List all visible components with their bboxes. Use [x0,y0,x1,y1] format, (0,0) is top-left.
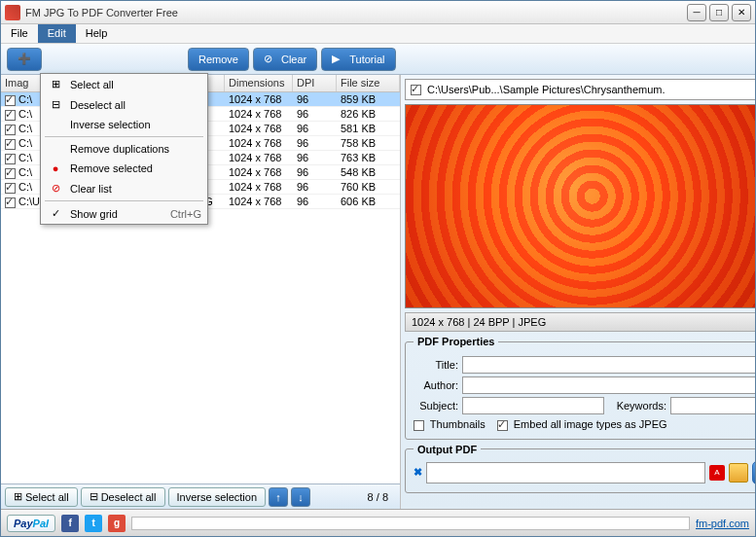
play-icon: ▶ [332,53,345,66]
clear-icon: ⊘ [264,53,277,66]
col-filesize[interactable]: File size [337,75,400,91]
dd-remove-selected[interactable]: ●Remove selected [41,159,207,178]
thumbnails-checkbox[interactable]: Thumbnails [414,418,486,431]
paypal-button[interactable]: PayPal [7,515,55,532]
dd-select-all[interactable]: ⊞Select all [41,74,207,94]
row-checkbox[interactable] [5,154,16,164]
pdf-icon: A [709,465,725,481]
title-input[interactable] [462,356,756,374]
dd-show-grid[interactable]: ✓Show gridCtrl+G [41,203,207,224]
move-down-button[interactable]: ↓ [291,487,310,507]
col-dimensions[interactable]: Dimensions [225,75,293,91]
list-bottom-bar: ⊞Select all ⊟Deselect all Inverse select… [1,483,400,509]
delete-output-icon[interactable]: ✖ [414,466,422,479]
select-all-icon: ⊞ [14,490,22,503]
preview-path: C:\Users\Pub...\Sample Pictures\Chrysant… [405,79,756,100]
row-checkbox[interactable] [5,168,16,179]
menu-file[interactable]: File [1,24,38,43]
menubar: File Edit Help [1,24,755,44]
output-pdf-group: Output PDF ✖ A ▶Start [405,444,756,493]
row-checkbox[interactable] [5,110,16,121]
facebook-icon[interactable]: f [61,515,79,532]
deselect-all-button[interactable]: ⊟Deselect all [81,487,165,507]
googleplus-icon[interactable]: g [108,515,126,532]
menu-help[interactable]: Help [76,24,118,43]
edit-dropdown: ⊞Select all ⊟Deselect all Inverse select… [40,73,208,225]
progress-bar [131,517,690,530]
subject-label: Subject: [414,400,458,412]
row-checkbox[interactable] [5,183,16,194]
item-counter: 8 / 8 [360,491,396,503]
dd-remove-dup[interactable]: Remove duplications [41,139,207,159]
subject-input[interactable] [462,397,604,414]
author-label: Author: [414,379,458,391]
tutorial-button[interactable]: ▶Tutorial [321,48,395,71]
title-label: Title: [414,359,458,371]
row-checkbox[interactable] [5,125,16,135]
titlebar: FM JPG To PDF Converter Free ─ □ ✕ [1,1,755,24]
inverse-button[interactable]: Inverse selection [168,487,267,507]
add-button[interactable]: ➕ [7,48,42,71]
close-button[interactable]: ✕ [732,4,751,21]
keywords-input[interactable] [670,397,756,414]
toolbar: ➕ Remove ⊘Clear ▶Tutorial [1,44,755,75]
window-title: FM JPG To PDF Converter Free [25,7,687,18]
embed-jpeg-checkbox[interactable]: Embed all image types as JPEG [497,418,667,431]
remove-icon: ● [47,162,64,174]
preview-info-bar: 1024 x 768 | 24 BPP | JPEG Scale: 28 % [405,312,756,332]
check-icon: ✓ [47,207,64,220]
statusbar: PayPal f t g fm-pdf.com [1,509,755,536]
file-list-pane: Imag at Dimensions DPI File size C:\EG10… [1,75,401,509]
keywords-label: Keywords: [608,400,666,412]
start-button[interactable]: ▶Start [752,461,756,484]
row-checkbox[interactable] [5,139,16,150]
pdf-properties-group: PDF Properties Title: Author: Subject: K… [405,336,756,440]
select-all-button[interactable]: ⊞Select all [5,487,78,507]
clear-icon: ⊘ [47,182,64,195]
deselect-all-icon: ⊟ [47,98,64,111]
select-all-icon: ⊞ [47,78,64,90]
menu-edit[interactable]: Edit [38,24,76,43]
dd-deselect-all[interactable]: ⊟Deselect all [41,94,207,115]
output-path-input[interactable] [426,462,705,483]
dd-clear-list[interactable]: ⊘Clear list [41,178,207,198]
twitter-icon[interactable]: t [85,515,102,532]
browse-folder-button[interactable] [729,463,748,483]
minimize-button[interactable]: ─ [687,4,706,21]
dd-inverse[interactable]: Inverse selection [41,115,207,134]
maximize-button[interactable]: □ [709,4,729,21]
col-dpi[interactable]: DPI [293,75,337,91]
deselect-all-icon: ⊟ [90,490,98,503]
author-input[interactable] [462,376,756,394]
preview-check-icon [411,85,421,95]
move-up-button[interactable]: ↑ [269,487,288,507]
row-checkbox[interactable] [5,197,16,208]
row-checkbox[interactable] [5,95,16,106]
preview-info-left: 1024 x 768 | 24 BPP | JPEG [412,316,546,328]
app-icon [5,5,20,20]
remove-button[interactable]: Remove [188,48,249,71]
website-link[interactable]: fm-pdf.com [696,518,749,529]
clear-button[interactable]: ⊘Clear [253,48,317,71]
preview-image [405,104,756,308]
preview-pane: C:\Users\Pub...\Sample Pictures\Chrysant… [401,75,756,509]
plus-icon: ➕ [18,53,31,66]
